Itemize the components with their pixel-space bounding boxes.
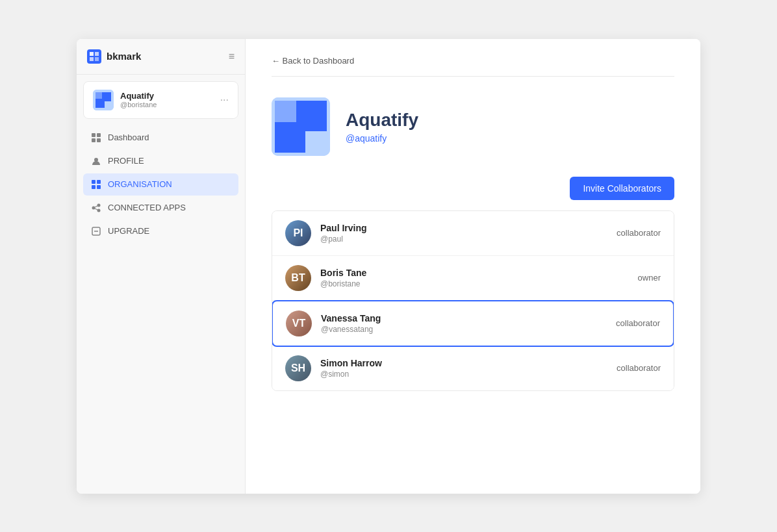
svg-rect-3 xyxy=(95,57,99,61)
svg-point-17 xyxy=(92,206,96,209)
collab-role-simon: collaborator xyxy=(617,363,661,373)
invite-collaborators-button[interactable]: Invite Collaborators xyxy=(570,177,674,200)
dashboard-label: Dashboard xyxy=(108,133,149,142)
svg-rect-11 xyxy=(97,138,101,142)
workspace-selector[interactable]: Aquatify @boristane ··· xyxy=(83,81,238,119)
avatar-boris: BT xyxy=(285,265,311,291)
sidebar-header: bkmark ≡ xyxy=(77,39,245,75)
workspace-dots-icon[interactable]: ··· xyxy=(220,94,229,106)
connected-apps-icon xyxy=(91,203,101,213)
svg-rect-9 xyxy=(97,133,101,137)
collab-handle-boris: @boristane xyxy=(320,279,366,288)
avatar-paul: PI xyxy=(285,220,311,246)
svg-line-20 xyxy=(95,206,97,207)
workspace-left: Aquatify @boristane xyxy=(93,90,157,110)
svg-line-21 xyxy=(95,209,97,210)
collab-name-boris: Boris Tane xyxy=(320,268,366,278)
svg-rect-8 xyxy=(92,133,96,137)
svg-rect-1 xyxy=(95,52,99,56)
svg-rect-7 xyxy=(96,92,102,99)
svg-rect-2 xyxy=(90,57,94,61)
back-to-dashboard-link[interactable]: ← Back to Dashboard xyxy=(272,56,354,66)
collab-role-paul: collaborator xyxy=(617,228,661,238)
sidebar-item-connected-apps[interactable]: CONNECTED APPS xyxy=(83,197,238,219)
svg-rect-13 xyxy=(92,180,96,184)
brand-icon xyxy=(87,49,101,64)
org-header: Aquatify @aquatify xyxy=(272,97,674,156)
svg-rect-10 xyxy=(92,138,96,142)
svg-rect-0 xyxy=(90,52,94,56)
org-info: Aquatify @aquatify xyxy=(346,109,418,144)
sidebar: bkmark ≡ Aquatify @boristane xyxy=(77,39,246,494)
collab-role-vanessa: collaborator xyxy=(616,318,660,328)
main-inner: ← Back to Dashboard Aquatify @aquatify xyxy=(246,39,700,407)
svg-rect-15 xyxy=(92,185,96,189)
collab-item-boris: BT Boris Tane @boristane owner xyxy=(272,256,674,301)
profile-label: PROFILE xyxy=(108,156,144,166)
collab-role-boris: owner xyxy=(638,273,661,283)
collab-details-vanessa: Vanessa Tang @vanessatang xyxy=(321,313,381,334)
avatar-initials-simon: SH xyxy=(291,362,305,374)
collab-handle-paul: @paul xyxy=(320,234,367,244)
brand: bkmark xyxy=(87,49,141,64)
collab-name-simon: Simon Harrow xyxy=(320,358,382,368)
avatar-initials-paul: PI xyxy=(293,227,303,239)
header-divider xyxy=(272,76,674,77)
sidebar-item-upgrade[interactable]: UPGRADE xyxy=(83,220,238,242)
svg-point-18 xyxy=(97,203,101,207)
app-container: bkmark ≡ Aquatify @boristane xyxy=(77,39,700,494)
collab-details-boris: Boris Tane @boristane xyxy=(320,268,366,288)
svg-rect-6 xyxy=(96,99,105,108)
workspace-name: Aquatify xyxy=(120,91,157,101)
org-name: Aquatify xyxy=(346,109,418,131)
profile-icon xyxy=(91,156,101,166)
svg-rect-14 xyxy=(97,180,101,184)
collab-name-vanessa: Vanessa Tang xyxy=(321,313,381,323)
svg-point-19 xyxy=(97,209,101,212)
collab-item-paul: PI Paul Irving @paul collaborator xyxy=(272,211,674,256)
dashboard-icon xyxy=(91,133,101,143)
collab-handle-vanessa: @vanessatang xyxy=(321,325,381,334)
workspace-handle: @boristane xyxy=(120,101,157,108)
collab-handle-simon: @simon xyxy=(320,370,382,379)
collab-item-vanessa: VT Vanessa Tang @vanessatang collaborato… xyxy=(272,300,674,347)
collaborators-list: PI Paul Irving @paul collaborator BT Bor… xyxy=(272,210,674,391)
brand-name: bkmark xyxy=(107,51,141,62)
collab-item-simon: SH Simon Harrow @simon collaborator xyxy=(272,346,674,390)
avatar-vanessa: VT xyxy=(286,310,312,336)
hamburger-icon[interactable]: ≡ xyxy=(229,51,235,62)
avatar-initials-boris: BT xyxy=(291,272,305,284)
org-logo xyxy=(272,97,330,156)
avatar-initials-vanessa: VT xyxy=(292,318,305,329)
sidebar-item-profile[interactable]: PROFILE xyxy=(83,150,238,172)
upgrade-label: UPGRADE xyxy=(108,226,149,236)
main-content: ← Back to Dashboard Aquatify @aquatify xyxy=(246,39,700,494)
avatar-simon: SH xyxy=(285,355,311,381)
organisation-label: ORGANISATION xyxy=(108,179,172,189)
invite-row: Invite Collaborators xyxy=(272,177,674,200)
svg-rect-27 xyxy=(275,101,296,122)
workspace-info: Aquatify @boristane xyxy=(120,91,157,108)
organisation-icon xyxy=(91,179,101,190)
sidebar-item-organisation[interactable]: ORGANISATION xyxy=(83,173,238,196)
workspace-logo xyxy=(93,90,114,110)
org-handle: @aquatify xyxy=(346,133,418,144)
sidebar-item-dashboard[interactable]: Dashboard xyxy=(83,127,238,149)
collab-name-paul: Paul Irving xyxy=(320,223,367,233)
collab-details-simon: Simon Harrow @simon xyxy=(320,358,382,379)
svg-rect-16 xyxy=(97,185,101,189)
connected-apps-label: CONNECTED APPS xyxy=(108,203,186,212)
nav-section: Dashboard PROFILE xyxy=(77,121,245,247)
upgrade-icon xyxy=(91,226,101,236)
collab-details-paul: Paul Irving @paul xyxy=(320,223,367,244)
svg-rect-26 xyxy=(275,122,305,153)
